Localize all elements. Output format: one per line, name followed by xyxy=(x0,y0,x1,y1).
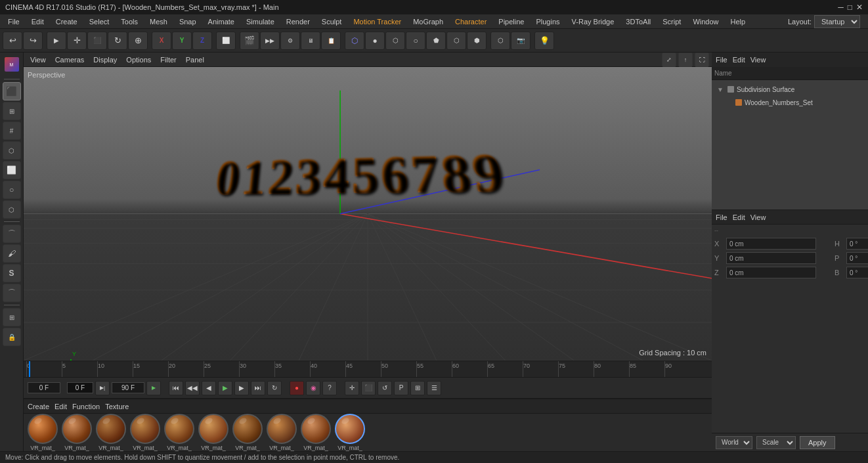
tl-marker-55[interactable]: 55 xyxy=(416,361,452,377)
mat-item-7[interactable]: VR_mat_ xyxy=(232,414,263,451)
vp-menu-options[interactable]: Options xyxy=(122,55,155,65)
menu-create[interactable]: Create xyxy=(51,16,83,27)
vp-menu-cameras[interactable]: Cameras xyxy=(51,55,89,65)
anim-layout-btn[interactable]: ☰ xyxy=(427,381,441,395)
tl-marker-80[interactable]: 80 xyxy=(594,361,629,377)
mode-move-btn[interactable]: ✛ xyxy=(67,32,87,50)
axis-z-btn[interactable]: Z xyxy=(192,32,212,50)
go-end-btn[interactable]: ⏭ xyxy=(251,381,265,395)
menu-mesh[interactable]: Mesh xyxy=(144,16,173,27)
attr-y-pos[interactable] xyxy=(726,252,816,264)
view-polygon-btn[interactable]: ⬡ xyxy=(385,32,405,50)
tl-marker-65[interactable]: 65 xyxy=(487,361,523,377)
tool-spline[interactable]: ⌒ xyxy=(3,225,21,243)
vp-menu-view[interactable]: View xyxy=(26,55,50,65)
mat-item-9[interactable]: VR_mat_ xyxy=(301,414,331,451)
tool-paint[interactable]: 🖌 xyxy=(3,244,21,263)
tl-marker-10[interactable]: 10 xyxy=(97,361,133,377)
vp-move-icon[interactable]: ⤢ xyxy=(662,53,676,67)
axis-y-btn[interactable]: Y xyxy=(172,32,192,50)
layout-dropdown[interactable]: Startup xyxy=(814,15,860,28)
go-start-btn[interactable]: ⏮ xyxy=(169,381,183,395)
view-edges-btn[interactable]: ⬡ xyxy=(446,32,466,50)
menu-sculpt[interactable]: Sculpt xyxy=(316,16,347,27)
tl-marker-70[interactable]: 70 xyxy=(523,361,558,377)
record-key-btn[interactable]: ◉ xyxy=(306,381,320,395)
mat-menu-texture[interactable]: Texture xyxy=(105,403,129,410)
mat-item-2[interactable]: VR_mat_ xyxy=(62,414,92,451)
mat-menu-create[interactable]: Create xyxy=(28,403,49,410)
maximize-btn[interactable]: □ xyxy=(848,3,852,12)
anim-path-btn[interactable]: ✛ xyxy=(345,381,359,395)
tool-sphere[interactable]: ○ xyxy=(3,181,21,199)
menu-vray[interactable]: V-Ray Bridge xyxy=(567,16,620,27)
render-film-btn[interactable]: 🎬 xyxy=(240,32,259,50)
attr-h-val[interactable] xyxy=(846,238,868,250)
fps-forward-btn[interactable]: ▶ xyxy=(146,381,161,395)
tl-marker-25[interactable]: 25 xyxy=(204,361,239,377)
obj-expand-subdivision[interactable]: ▼ xyxy=(717,86,726,93)
menu-select[interactable]: Select xyxy=(84,16,115,27)
key-auto-btn[interactable]: ? xyxy=(322,381,337,395)
view-points-btn[interactable]: ⬟ xyxy=(426,32,446,50)
undo-btn[interactable]: ↩ xyxy=(3,32,22,50)
render-anim-btn[interactable]: ▶▶ xyxy=(260,32,280,50)
menu-edit[interactable]: Edit xyxy=(26,16,49,27)
mode-rotate-btn[interactable]: ↻ xyxy=(108,32,127,50)
tool-grid[interactable]: # xyxy=(3,121,21,140)
tl-marker-40[interactable]: 40 xyxy=(310,361,345,377)
tool-cube[interactable]: ⬜ xyxy=(3,161,21,179)
attr-menu-file[interactable]: File xyxy=(716,213,727,221)
vp-menu-display[interactable]: Display xyxy=(89,55,121,65)
tool-polygon[interactable]: ⬡ xyxy=(3,141,21,160)
attr-x-pos[interactable] xyxy=(726,238,816,250)
view-cube-btn[interactable]: ⬡ xyxy=(345,32,364,50)
tl-marker-5[interactable]: 5 xyxy=(62,361,97,377)
record-active-btn[interactable]: ● xyxy=(290,381,304,395)
snap-mode-btn[interactable]: ⬡ xyxy=(490,32,510,50)
menu-tools[interactable]: Tools xyxy=(116,16,143,27)
anim-grid-btn[interactable]: ⊞ xyxy=(410,381,425,395)
viewport[interactable]: X Y Z 0123456789 Perspective Grid Spacin… xyxy=(24,67,712,361)
tl-marker-20[interactable]: 20 xyxy=(168,361,204,377)
mat-item-1[interactable]: VR_mat_ xyxy=(28,414,58,451)
mat-item-4[interactable]: VR_mat_ xyxy=(130,414,160,451)
tool-checkerboard[interactable]: ⊞ xyxy=(3,102,21,120)
attr-z-pos[interactable] xyxy=(726,267,816,278)
anim-loop-btn[interactable]: ↺ xyxy=(378,381,392,395)
view-smooth-btn[interactable]: ○ xyxy=(406,32,425,50)
view-sphere-btn[interactable]: ● xyxy=(365,32,385,50)
view-poly-btn[interactable]: ⬢ xyxy=(467,32,487,50)
play-btn[interactable]: ▶ xyxy=(218,381,232,395)
mat-item-3[interactable]: VR_mat_ xyxy=(96,414,126,451)
tl-marker-50[interactable]: 50 xyxy=(381,361,416,377)
anim-rec-btn[interactable]: ⬛ xyxy=(361,381,376,395)
redo-btn[interactable]: ↪ xyxy=(23,32,43,50)
current-frame-field[interactable] xyxy=(28,382,60,393)
menu-pipeline[interactable]: Pipeline xyxy=(493,16,529,27)
loop-btn[interactable]: ↻ xyxy=(267,381,282,395)
tool-s[interactable]: S xyxy=(3,264,21,282)
attr-p-val[interactable] xyxy=(846,252,868,264)
transport-forward-small-btn[interactable]: ▶| xyxy=(95,381,110,395)
menu-script[interactable]: Script xyxy=(657,16,686,27)
render-queue-btn[interactable]: 📋 xyxy=(321,32,341,50)
mode-select-btn[interactable]: ▶ xyxy=(47,32,66,50)
tl-marker-90[interactable]: 90 xyxy=(664,361,700,377)
frame-all-btn[interactable]: ⬜ xyxy=(216,32,236,50)
tool-move[interactable]: ⬛ xyxy=(3,82,21,100)
menu-help[interactable]: Help xyxy=(726,16,751,27)
menu-snap[interactable]: Snap xyxy=(174,16,202,27)
obj-row-wooden[interactable]: Wooden_Numbers_Set ✓ ✓ xyxy=(714,96,868,109)
tool-extrude[interactable]: ⬡ xyxy=(3,200,21,219)
menu-simulate[interactable]: Simulate xyxy=(241,16,280,27)
vp-up-icon[interactable]: ↑ xyxy=(678,53,693,67)
menu-character[interactable]: Character xyxy=(450,16,492,27)
mat-item-8[interactable]: VR_mat_ xyxy=(267,414,297,451)
menu-animate[interactable]: Animate xyxy=(203,16,240,27)
render-view-btn[interactable]: 🖥 xyxy=(301,32,320,50)
mat-menu-edit[interactable]: Edit xyxy=(54,403,67,410)
lights-btn[interactable]: 💡 xyxy=(534,32,554,50)
tl-marker-15[interactable]: 15 xyxy=(133,361,168,377)
menu-motiontracker[interactable]: Motion Tracker xyxy=(348,16,406,27)
